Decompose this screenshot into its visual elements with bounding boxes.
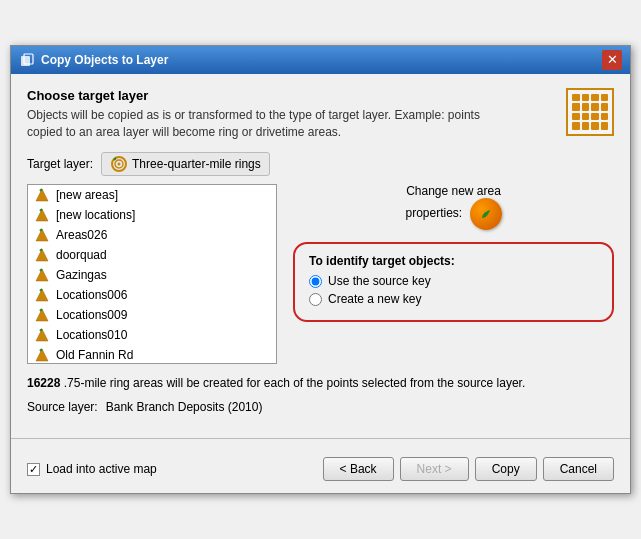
header-section: Choose target layer Objects will be copi…: [27, 88, 614, 141]
source-layer-value: Bank Branch Deposits (2010): [106, 400, 263, 414]
cancel-button[interactable]: Cancel: [543, 457, 614, 481]
svg-line-21: [40, 329, 42, 331]
svg-marker-20: [36, 329, 48, 341]
svg-line-15: [40, 269, 42, 271]
load-map-checkbox[interactable]: ✓: [27, 463, 40, 476]
svg-marker-22: [36, 349, 48, 361]
radio-new-key-input[interactable]: [309, 293, 322, 306]
layer-badge: Three-quarter-mile rings: [101, 152, 270, 176]
title-bar-left: Copy Objects to Layer: [19, 52, 168, 68]
radio-use-source-key[interactable]: Use the source key: [309, 274, 598, 288]
list-item[interactable]: Locations010: [28, 325, 276, 345]
source-layer-row: Source layer: Bank Branch Deposits (2010…: [27, 400, 614, 414]
target-layer-label: Target layer:: [27, 157, 93, 171]
svg-marker-6: [36, 189, 48, 201]
locations009-icon: [34, 307, 50, 323]
window-icon: [19, 52, 35, 68]
list-item[interactable]: [new areas]: [28, 185, 276, 205]
main-area: [new areas] [new locations] Areas026 doo…: [27, 184, 614, 364]
svg-line-5: [114, 158, 116, 160]
svg-marker-16: [36, 289, 48, 301]
window-title: Copy Objects to Layer: [41, 53, 168, 67]
doorquad-icon: [34, 247, 50, 263]
checkbox-label: Load into active map: [46, 462, 157, 476]
svg-line-17: [40, 289, 42, 291]
leaf-icon: [476, 204, 496, 224]
layer-value: Three-quarter-mile rings: [132, 157, 261, 171]
list-item[interactable]: Old Fannin Rd: [28, 345, 276, 364]
back-button[interactable]: < Back: [323, 457, 394, 481]
radio-source-key-label: Use the source key: [328, 274, 431, 288]
svg-marker-8: [36, 209, 48, 221]
copy-objects-window: Copy Objects to Layer ✕ Choose target la…: [10, 45, 631, 495]
next-button[interactable]: Next >: [400, 457, 469, 481]
svg-marker-12: [36, 249, 48, 261]
change-area-props: Change new areaproperties:: [293, 184, 614, 230]
list-item[interactable]: doorquad: [28, 245, 276, 265]
divider: [11, 438, 630, 439]
layer-list[interactable]: [new areas] [new locations] Areas026 doo…: [27, 184, 277, 364]
svg-line-23: [40, 349, 42, 351]
svg-marker-14: [36, 269, 48, 281]
ring-icon: [110, 155, 128, 173]
radio-source-key-input[interactable]: [309, 275, 322, 288]
gazingas-icon: [34, 267, 50, 283]
list-item[interactable]: Areas026: [28, 225, 276, 245]
info-description: .75-mile ring areas will be created for …: [64, 376, 526, 390]
footer: ✓ Load into active map < Back Next > Cop…: [11, 449, 630, 493]
header-description: Objects will be copied as is or transfor…: [27, 107, 487, 141]
grid-icon: [566, 88, 614, 136]
identify-title: To identify target objects:: [309, 254, 598, 268]
main-content: Choose target layer Objects will be copi…: [11, 74, 630, 429]
footer-left: ✓ Load into active map: [27, 462, 157, 476]
svg-marker-18: [36, 309, 48, 321]
svg-line-19: [40, 309, 42, 311]
locations010-icon: [34, 327, 50, 343]
identify-box: To identify target objects: Use the sour…: [293, 242, 614, 322]
info-section: 16228 .75-mile ring areas will be create…: [27, 374, 614, 414]
radio-new-key-label: Create a new key: [328, 292, 421, 306]
footer-buttons: < Back Next > Copy Cancel: [323, 457, 614, 481]
radio-create-new-key[interactable]: Create a new key: [309, 292, 598, 306]
svg-line-9: [40, 209, 42, 211]
list-item[interactable]: Gazingas: [28, 265, 276, 285]
svg-marker-10: [36, 229, 48, 241]
list-item[interactable]: Locations006: [28, 285, 276, 305]
heading: Choose target layer: [27, 88, 487, 103]
list-item[interactable]: [new locations]: [28, 205, 276, 225]
info-text: 16228 .75-mile ring areas will be create…: [27, 374, 614, 392]
list-item[interactable]: Locations009: [28, 305, 276, 325]
svg-line-13: [40, 249, 42, 251]
info-count: 16228: [27, 376, 60, 390]
copy-button[interactable]: Copy: [475, 457, 537, 481]
right-panel: Change new areaproperties: To identify t…: [293, 184, 614, 322]
new-areas-icon: [34, 187, 50, 203]
locations006-icon: [34, 287, 50, 303]
change-properties-button[interactable]: [470, 198, 502, 230]
svg-line-7: [40, 189, 42, 191]
title-bar: Copy Objects to Layer ✕: [11, 46, 630, 74]
source-layer-label: Source layer:: [27, 400, 98, 414]
old-fannin-icon: [34, 347, 50, 363]
target-layer-row: Target layer: Three-quarter-mile rings: [27, 152, 614, 176]
close-button[interactable]: ✕: [602, 50, 622, 70]
new-locations-icon: [34, 207, 50, 223]
areas026-icon: [34, 227, 50, 243]
header-text: Choose target layer Objects will be copi…: [27, 88, 487, 141]
svg-line-11: [40, 229, 42, 231]
svg-point-4: [118, 163, 121, 166]
